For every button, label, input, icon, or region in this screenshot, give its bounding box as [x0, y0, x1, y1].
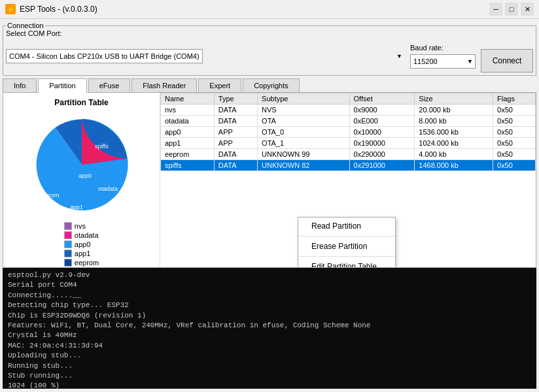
cell-offset: 0x9000: [349, 105, 415, 116]
context-menu-edit-partition-table[interactable]: Edit Partition Table: [298, 258, 395, 268]
cell-flags: 0x50: [493, 160, 536, 171]
com-port-select[interactable]: COM4 - Silicon Labs CP210x USB to UART B…: [6, 49, 203, 63]
terminal-line: Running stub...: [8, 361, 531, 371]
table-row[interactable]: nvsDATANVS0x900020.000 kb0x50: [161, 105, 536, 116]
tab-content-partition: Partition Table: [3, 93, 536, 268]
cell-name: nvs: [161, 105, 215, 116]
tab-info[interactable]: Info: [3, 78, 37, 92]
table-row[interactable]: app0APPOTA_00x100001536.000 kb0x50: [161, 127, 536, 138]
cell-type: DATA: [214, 105, 257, 116]
minimize-button[interactable]: ─: [489, 3, 502, 16]
cell-type: DATA: [214, 116, 257, 127]
cell-subtype: NVS: [258, 105, 349, 116]
pie-chart: spiffs eeprom app1 otadata app0: [29, 112, 134, 217]
terminal-line: Detecting chip type... ESP32: [8, 301, 531, 310]
col-type: Type: [214, 93, 257, 105]
col-name: Name: [161, 93, 215, 105]
terminal-line: Serial port COM4: [8, 280, 531, 290]
cell-subtype: UNKNOWN 99: [258, 149, 349, 160]
baud-rate-select[interactable]: 115200: [410, 54, 476, 69]
table-row[interactable]: app1APPOTA_10x1900001024.000 kb0x50: [161, 138, 536, 149]
tab-bar: Info Partition eFuse Flash Reader Expert…: [3, 78, 536, 93]
col-subtype: Subtype: [258, 93, 349, 105]
tab-expert[interactable]: Expert: [198, 78, 241, 92]
cell-offset: 0x190000: [349, 138, 415, 149]
connect-button[interactable]: Connect: [481, 49, 533, 73]
context-menu-sep1: [298, 236, 395, 237]
terminal-line: Crystal is 40MHz: [8, 331, 531, 340]
cell-flags: 0x50: [493, 116, 536, 127]
cell-size: 20.000 kb: [415, 105, 493, 116]
table-row[interactable]: otadataDATAOTA0xE0008.000 kb0x50: [161, 116, 536, 127]
terminal-line: MAC: 24:0a:c4:31:3d:94: [8, 341, 531, 351]
terminal-line: 1024 (100 %): [8, 381, 531, 389]
context-menu-erase-partition[interactable]: Erease Partition: [298, 238, 395, 255]
svg-text:app0: app0: [78, 172, 92, 179]
col-flags: Flags: [493, 93, 536, 105]
cell-name: eeprom: [161, 149, 215, 160]
baud-label: Baud rate:: [410, 44, 476, 52]
terminal-line: Uploading stub...: [8, 351, 531, 361]
cell-type: APP: [214, 138, 257, 149]
cell-size: 1468.000 kb: [415, 160, 493, 171]
cell-offset: 0xE000: [349, 116, 415, 127]
context-menu-read-partition[interactable]: Read Partition: [298, 218, 395, 235]
cell-flags: 0x50: [493, 105, 536, 116]
terminal-line: Stub running...: [8, 371, 531, 381]
terminal-line: esptool.py v2.9-dev: [8, 270, 531, 280]
window-title: ESP Tools - (v.0.0.3.0): [20, 5, 97, 14]
maximize-button[interactable]: □: [505, 3, 518, 16]
cell-type: DATA: [214, 160, 257, 171]
cell-subtype: OTA: [258, 116, 349, 127]
cell-size: 4.000 kb: [415, 149, 493, 160]
table-row[interactable]: spiffsDATAUNKNOWN 820x2910001468.000 kb0…: [161, 160, 536, 171]
cell-size: 8.000 kb: [415, 116, 493, 127]
cell-flags: 0x50: [493, 149, 536, 160]
cell-subtype: OTA_1: [258, 138, 349, 149]
terminal-line: Features: WiFi, BT, Dual Core, 240MHz, V…: [8, 321, 531, 331]
terminal-line: Chip is ESP32D0WDQ6 (revision 1): [8, 311, 531, 321]
title-bar: ⚡ ESP Tools - (v.0.0.3.0) ─ □ ✕: [0, 0, 539, 19]
cell-name: app1: [161, 138, 215, 149]
tab-partition[interactable]: Partition: [38, 78, 86, 93]
cell-flags: 0x50: [493, 138, 536, 149]
com-port-label: Select COM Port:: [6, 29, 533, 37]
cell-subtype: OTA_0: [258, 127, 349, 138]
cell-flags: 0x50: [493, 127, 536, 138]
partition-table-title: Partition Table: [54, 98, 108, 107]
cell-name: spiffs: [161, 160, 215, 171]
table-row[interactable]: eepromDATAUNKNOWN 990x2900004.000 kb0x50: [161, 149, 536, 160]
connection-legend: Connection: [6, 22, 45, 29]
close-button[interactable]: ✕: [521, 3, 534, 16]
cell-type: DATA: [214, 149, 257, 160]
partition-legend: nvs otadata app0 app1 eeprom spiffs: [64, 222, 99, 268]
col-size: Size: [415, 93, 493, 105]
svg-text:otadata: otadata: [98, 186, 118, 192]
cell-offset: 0x10000: [349, 127, 415, 138]
cell-name: otadata: [161, 116, 215, 127]
connection-group: Connection Select COM Port: COM4 - Silic…: [3, 22, 536, 76]
cell-size: 1024.000 kb: [415, 138, 493, 149]
context-menu: Read Partition Erease Partition Edit Par…: [298, 217, 396, 268]
svg-text:spiffs: spiffs: [95, 143, 109, 150]
cell-size: 1536.000 kb: [415, 127, 493, 138]
cell-offset: 0x290000: [349, 149, 415, 160]
partition-chart-area: Partition Table: [3, 93, 160, 267]
cell-type: APP: [214, 127, 257, 138]
tab-efuse[interactable]: eFuse: [88, 78, 131, 92]
context-menu-sep2: [298, 256, 395, 257]
col-offset: Offset: [349, 93, 415, 105]
cell-name: app0: [161, 127, 215, 138]
tab-flash-reader[interactable]: Flash Reader: [131, 78, 197, 92]
terminal: esptool.py v2.9-devSerial port COM4Conne…: [3, 268, 536, 389]
svg-text:app1: app1: [70, 204, 83, 210]
terminal-line: Connecting.....__: [8, 291, 531, 301]
svg-text:eeprom: eeprom: [39, 192, 60, 199]
cell-offset: 0x291000: [349, 160, 415, 171]
tab-copyrights[interactable]: Copyrights: [243, 78, 300, 92]
cell-subtype: UNKNOWN 82: [258, 160, 349, 171]
app-icon: ⚡: [5, 4, 16, 14]
